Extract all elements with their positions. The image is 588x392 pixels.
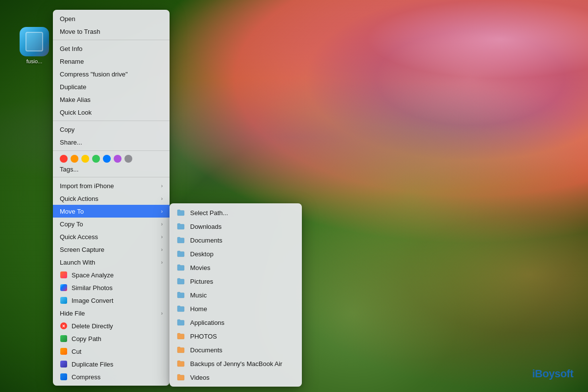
icon-label: fusio... <box>26 58 42 64</box>
menu-item-cut[interactable]: Cut <box>53 345 170 358</box>
desktop-icon-fusion-drive[interactable]: fusio... <box>15 27 54 64</box>
menu-item-import-iphone[interactable]: Import from iPhone › <box>53 179 170 192</box>
chevron-icon: › <box>161 209 163 214</box>
chevron-icon: › <box>161 196 163 201</box>
iboysoft-logo: iBoysoft <box>532 368 573 380</box>
menu-item-quick-actions[interactable]: Quick Actions › <box>53 192 170 205</box>
tag-red[interactable] <box>60 155 68 163</box>
separator-3 <box>53 150 170 151</box>
menu-item-open[interactable]: Open <box>53 12 170 25</box>
tag-blue[interactable] <box>103 155 111 163</box>
submenu-item-applications[interactable]: Applications <box>170 316 302 329</box>
cut-icon <box>60 347 68 355</box>
submenu-item-select-path[interactable]: Select Path... <box>170 206 302 220</box>
submenu-item-home[interactable]: Home <box>170 302 302 316</box>
folder-blue-icon <box>176 249 185 258</box>
menu-item-move-to-trash[interactable]: Move to Trash <box>53 25 170 38</box>
submenu-move-to: Select Path... Downloads Documents Deskt… <box>170 203 302 387</box>
separator-2 <box>53 121 170 121</box>
chevron-icon: › <box>161 183 163 189</box>
chevron-icon: › <box>161 247 163 252</box>
chevron-icon: › <box>161 234 163 240</box>
tag-green[interactable] <box>92 155 100 163</box>
image-convert-icon <box>60 296 68 304</box>
folder-orange-icon <box>176 332 185 341</box>
menu-item-compress-fusion[interactable]: Compress "fusion drive" <box>53 68 170 80</box>
menu-item-make-alias[interactable]: Make Alias <box>53 93 170 106</box>
submenu-item-photos[interactable]: PHOTOS <box>170 329 302 343</box>
menu-item-compress2[interactable]: Compress <box>53 370 170 383</box>
copy-path-icon <box>60 335 68 343</box>
tags-color-row <box>53 153 170 165</box>
space-analyze-icon <box>60 271 68 279</box>
tag-purple[interactable] <box>114 155 122 163</box>
folder-orange-icon <box>176 373 185 382</box>
menu-item-image-convert[interactable]: Image Convert <box>53 294 170 307</box>
menu-item-quick-access[interactable]: Quick Access › <box>53 230 170 243</box>
chevron-icon: › <box>161 221 163 227</box>
menu-item-copy[interactable]: Copy <box>53 123 170 136</box>
folder-blue-icon <box>176 263 185 272</box>
folder-blue-icon <box>176 318 185 327</box>
chevron-icon: › <box>161 260 163 265</box>
folder-blue-icon <box>176 304 185 313</box>
menu-item-launch-with[interactable]: Launch With › <box>53 256 170 269</box>
menu-item-tags[interactable]: Tags... <box>53 165 170 175</box>
submenu-item-movies[interactable]: Movies <box>170 261 302 274</box>
submenu-item-desktop[interactable]: Desktop <box>170 247 302 261</box>
menu-item-quick-look[interactable]: Quick Look <box>53 106 170 119</box>
context-menu: Open Move to Trash Get Info Rename Compr… <box>53 10 170 386</box>
similar-photos-icon <box>60 284 68 292</box>
folder-orange-icon <box>176 359 185 368</box>
duplicate-files-icon <box>60 360 68 368</box>
menu-item-rename[interactable]: Rename <box>53 55 170 68</box>
submenu-item-music[interactable]: Music <box>170 288 302 302</box>
menu-item-space-analyze[interactable]: Space Analyze <box>53 269 170 281</box>
submenu-item-downloads[interactable]: Downloads <box>170 220 302 233</box>
menu-item-share[interactable]: Share... <box>53 136 170 148</box>
menu-item-duplicate-files[interactable]: Duplicate Files <box>53 358 170 370</box>
menu-item-get-info[interactable]: Get Info <box>53 42 170 55</box>
separator-1 <box>53 40 170 40</box>
tag-yellow[interactable] <box>81 155 89 163</box>
menu-item-hide-file[interactable]: Hide File › <box>53 307 170 319</box>
folder-blue-icon <box>176 222 185 231</box>
icon-image <box>20 27 49 56</box>
tag-gray[interactable] <box>124 155 132 163</box>
folder-blue-icon <box>176 208 185 217</box>
menu-item-copy-to[interactable]: Copy To › <box>53 218 170 230</box>
folder-blue-icon <box>176 277 185 286</box>
folder-orange-icon <box>176 345 185 354</box>
submenu-item-documents[interactable]: Documents <box>170 233 302 247</box>
menu-item-screen-capture[interactable]: Screen Capture › <box>53 243 170 256</box>
menu-item-copy-path[interactable]: Copy Path <box>53 332 170 345</box>
folder-blue-icon <box>176 291 185 299</box>
menu-item-delete-directly[interactable]: × Delete Directly <box>53 319 170 332</box>
separator-4 <box>53 177 170 177</box>
chevron-icon: › <box>161 311 163 316</box>
menu-item-similar-photos[interactable]: Similar Photos <box>53 281 170 294</box>
folder-blue-icon <box>176 236 185 245</box>
menu-item-move-to[interactable]: Move To › <box>53 205 170 218</box>
delete-directly-icon: × <box>60 322 68 330</box>
compress2-icon <box>60 373 68 381</box>
submenu-item-backups[interactable]: Backups of Jenny's MacBook Air <box>170 357 302 370</box>
submenu-item-documents2[interactable]: Documents <box>170 343 302 357</box>
submenu-item-videos[interactable]: Videos <box>170 370 302 384</box>
tag-orange[interactable] <box>71 155 78 163</box>
menu-item-duplicate[interactable]: Duplicate <box>53 80 170 93</box>
submenu-item-pictures[interactable]: Pictures <box>170 274 302 288</box>
